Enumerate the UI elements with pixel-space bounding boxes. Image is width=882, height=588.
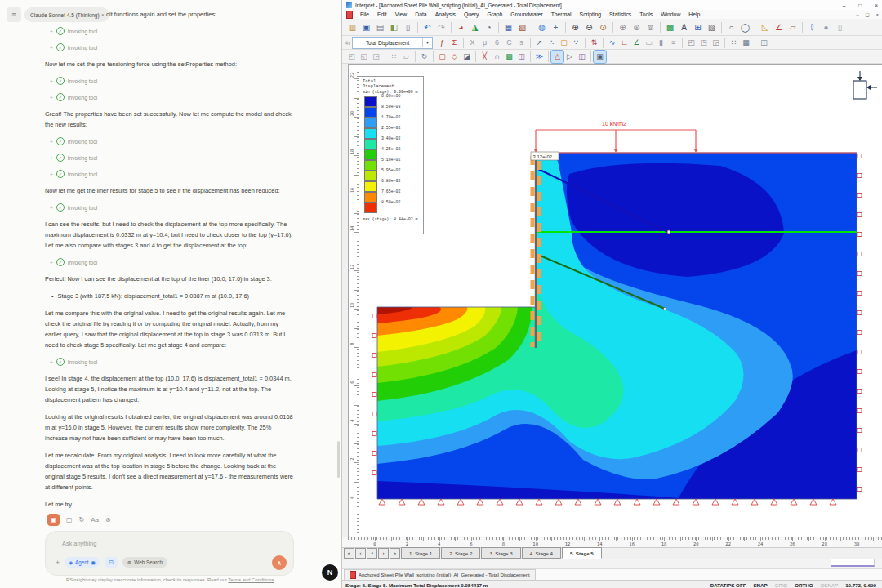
tool-invocation-row[interactable]: +✓Invoking tool: [45, 76, 294, 86]
terms-link[interactable]: Terms and Conditions: [228, 577, 274, 582]
toggle-osnap[interactable]: OSNAP: [820, 582, 838, 588]
export-chart-icon[interactable]: ◰: [685, 37, 697, 49]
tool-invocation-row[interactable]: +✓Invoking tool: [45, 92, 294, 102]
notification-fab[interactable]: N: [320, 563, 340, 582]
pan-icon[interactable]: +: [549, 20, 563, 34]
mdi-close-button[interactable]: ×: [876, 12, 879, 17]
img-export-icon[interactable]: ◰: [345, 51, 358, 63]
flow-icon[interactable]: ≫: [533, 51, 546, 63]
page-setup-icon[interactable]: ▯: [401, 20, 415, 34]
document-tab[interactable]: Anchored Sheet Pile Wall_scripting (Init…: [344, 569, 536, 581]
stage-tab[interactable]: 5. Stage 5: [562, 547, 602, 559]
mu-icon[interactable]: μ: [479, 37, 491, 49]
result-type-dropdown[interactable]: Total Displacement ▼: [352, 37, 433, 49]
query-panel-icon[interactable]: ◫: [576, 51, 588, 63]
minimize-button[interactable]: –: [843, 2, 846, 8]
screen-share-button[interactable]: ⊡: [105, 557, 118, 568]
orange-box-icon[interactable]: ▢: [558, 37, 570, 49]
query-add-icon[interactable]: △: [551, 51, 564, 63]
menu-icon[interactable]: ≡: [7, 7, 21, 22]
retry-button[interactable]: ↻: [79, 516, 85, 523]
stage-tab[interactable]: 1. Stage 1: [401, 547, 440, 559]
tool-invocation-row[interactable]: +✓Invoking tool: [45, 136, 294, 146]
mdi-restore-button[interactable]: ▢: [866, 12, 870, 17]
menu-help[interactable]: Help: [684, 11, 704, 17]
menu-edit[interactable]: Edit: [373, 11, 391, 17]
export-box-icon[interactable]: ◫: [758, 37, 770, 49]
export-chart3-icon[interactable]: ◲: [710, 37, 722, 49]
palette-icon[interactable]: ◕: [454, 20, 468, 34]
model-canvas[interactable]: 0246810121416182022: [348, 64, 882, 537]
flip-axes-icon[interactable]: ⇅: [588, 37, 600, 49]
graph-pick-icon[interactable]: ≡: [667, 37, 679, 49]
attach-icon[interactable]: +: [56, 559, 60, 567]
mdi-minimize-button[interactable]: –: [857, 12, 859, 17]
pencil-icon[interactable]: ▱: [786, 20, 800, 34]
grid-icon[interactable]: ⊞: [691, 20, 705, 34]
chat-input[interactable]: [60, 539, 268, 548]
img-export2-icon[interactable]: ◱: [358, 51, 370, 63]
model-selector[interactable]: Claude Sonnet 4.5 (Thinking) ▾: [24, 7, 109, 22]
query-point-symbol[interactable]: [853, 71, 877, 99]
mesh-x-icon[interactable]: ╳: [479, 51, 491, 63]
folder-icon[interactable]: ▧: [515, 20, 529, 34]
graph-l-icon[interactable]: ∟: [618, 37, 630, 49]
s6-icon[interactable]: s: [515, 37, 528, 49]
align-dots-icon[interactable]: ∷: [388, 51, 400, 63]
menu-query[interactable]: Query: [460, 11, 483, 17]
contour-icon[interactable]: ◍: [535, 20, 549, 34]
sphere-icon[interactable]: ●: [819, 20, 833, 34]
zoom-window-icon[interactable]: ⊕: [616, 20, 630, 34]
mesh-arch-icon[interactable]: ∩: [491, 51, 503, 63]
sigma-grid-icon[interactable]: Σ: [448, 37, 461, 49]
zoom-extents-icon[interactable]: ⊛: [630, 20, 644, 34]
chart-icon[interactable]: ◮: [468, 20, 482, 34]
tool-invocation-row[interactable]: +✓Invoking tool: [45, 203, 294, 212]
matrix-icon[interactable]: ▦: [740, 37, 752, 49]
clock-icon[interactable]: ◔: [482, 20, 496, 34]
clipboard-icon[interactable]: ▯: [833, 20, 847, 34]
settings-button[interactable]: ⊛: [105, 516, 111, 523]
next-page-button[interactable]: ›: [378, 548, 389, 559]
stage-tab[interactable]: 4. Stage 4: [522, 547, 561, 559]
agent-toggle[interactable]: ◈ Agent ◉: [65, 557, 100, 568]
x1-icon[interactable]: X: [466, 37, 479, 49]
exit-icon[interactable]: ▥: [345, 20, 359, 34]
redo-icon[interactable]: ↷: [434, 20, 448, 34]
toggle-grid[interactable]: GRID: [775, 582, 787, 588]
snapshot-icon[interactable]: ◧: [387, 20, 401, 34]
save-icon[interactable]: ▣: [359, 20, 373, 34]
menu-window[interactable]: Window: [657, 11, 684, 17]
menu-file[interactable]: File: [356, 11, 373, 17]
first-page-button[interactable]: «: [344, 548, 354, 559]
maximize-button[interactable]: □: [858, 2, 862, 8]
export-chart2-icon[interactable]: ◳: [697, 37, 710, 49]
ellipse-tool-icon[interactable]: ○: [724, 20, 738, 34]
tool-invocation-row[interactable]: +✓Invoking tool: [45, 257, 294, 267]
mesh-panel-icon[interactable]: ◫: [515, 51, 528, 63]
menu-data[interactable]: Data: [411, 11, 430, 17]
image-icon[interactable]: ▨: [705, 20, 719, 34]
tool-invocation-row[interactable]: +✓Invoking tool: [45, 26, 294, 36]
graph-e-icon[interactable]: ▭: [643, 37, 655, 49]
menu-groundwater[interactable]: Groundwater: [506, 11, 546, 17]
prev-page-button[interactable]: ‹: [355, 548, 366, 559]
measure-triangle-icon[interactable]: ◺: [758, 20, 772, 34]
rotate-icon[interactable]: ↻: [418, 51, 430, 63]
menu-analysis[interactable]: Analysis: [431, 11, 460, 17]
duplicate-button[interactable]: ▢: [66, 516, 73, 523]
zoom-pointer-icon[interactable]: ⊙: [596, 20, 610, 34]
filter-icon[interactable]: ⇩: [805, 20, 819, 34]
interp-icon[interactable]: ∷: [728, 37, 740, 49]
tool-invocation-row[interactable]: +✓Invoking tool: [45, 42, 294, 52]
graph-hist-icon[interactable]: ▮: [655, 37, 667, 49]
mark-button[interactable]: ▪: [367, 548, 377, 559]
mesh-color-icon[interactable]: ▩: [503, 51, 515, 63]
toggle-snap[interactable]: SNAP: [753, 582, 767, 588]
img-export3-icon[interactable]: ◲: [370, 51, 382, 63]
text-annotation-icon[interactable]: A: [677, 20, 691, 34]
menu-view[interactable]: View: [391, 11, 412, 17]
graph-scatter-icon[interactable]: ∴: [546, 37, 558, 49]
menu-statistics[interactable]: Statistics: [605, 11, 635, 17]
send-button[interactable]: ∧: [272, 555, 287, 570]
